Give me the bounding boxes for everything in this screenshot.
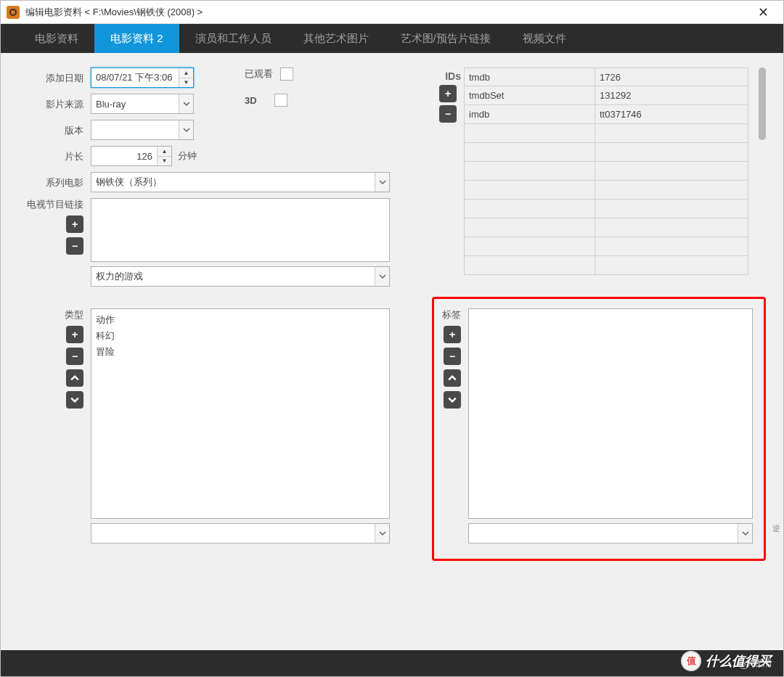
list-item[interactable]: 动作 [96, 312, 385, 328]
table-row[interactable] [464, 162, 748, 181]
table-row[interactable]: imdb tt0371746 [464, 105, 748, 124]
edition-label: 版本 [18, 120, 91, 137]
titlebar: 编辑电影资料 < F:\Movies\钢铁侠 (2008) > ✕ [1, 1, 783, 24]
ids-label: IDs [439, 67, 461, 82]
tags-label: 标签 [442, 308, 461, 321]
ids-remove-button[interactable]: − [439, 105, 457, 123]
runtime-up-icon[interactable]: ▲ [158, 147, 171, 157]
footer: ✕ 取消 [1, 650, 783, 676]
source-select[interactable]: Blu-ray [91, 94, 194, 114]
chevron-down-icon [375, 524, 389, 543]
date-added-input[interactable]: 08/07/21 下午3:06 ▲ ▼ [91, 67, 194, 88]
tab-other-artwork[interactable]: 其他艺术图片 [287, 24, 385, 53]
table-row[interactable] [464, 237, 748, 256]
table-row[interactable] [464, 143, 748, 162]
date-added-label: 添加日期 [18, 67, 91, 85]
edition-select[interactable] [91, 120, 194, 140]
tvlinks-list[interactable] [91, 198, 390, 262]
runtime-unit: 分钟 [178, 149, 197, 163]
tvlinks-add-button[interactable]: + [66, 216, 83, 233]
3d-label: 3D [245, 95, 257, 106]
chevron-down-icon [179, 120, 193, 139]
list-item[interactable]: 科幻 [96, 328, 385, 344]
tvlinks-label: 电视节目链接 [27, 198, 83, 211]
genre-down-button[interactable] [66, 391, 83, 409]
close-button[interactable]: ✕ [748, 1, 777, 23]
ids-add-button[interactable]: + [439, 85, 457, 102]
source-label: 影片来源 [18, 94, 91, 111]
watermark: 值 什么值得买 [681, 651, 771, 671]
watched-checkbox[interactable] [280, 67, 293, 81]
content-area: 添加日期 08/07/21 下午3:06 ▲ ▼ 已观看 影片来 [1, 53, 783, 650]
tag-add-button[interactable]: + [444, 326, 461, 343]
genre-remove-button[interactable]: − [66, 348, 83, 365]
table-row[interactable]: tmdb 1726 [464, 67, 748, 86]
tag-up-button[interactable] [444, 369, 461, 387]
movieset-select[interactable]: 钢铁侠（系列） [91, 172, 390, 192]
runtime-down-icon[interactable]: ▼ [158, 157, 171, 166]
app-icon [7, 6, 20, 19]
tab-movie-info-2[interactable]: 电影资料 2 [94, 24, 179, 53]
tvlinks-remove-button[interactable]: − [66, 237, 83, 255]
edit-movie-window: 编辑电影资料 < F:\Movies\钢铁侠 (2008) > ✕ 电影资料 电… [0, 0, 784, 677]
genre-up-button[interactable] [66, 369, 83, 387]
3d-checkbox[interactable] [274, 94, 287, 107]
table-row[interactable]: tmdbSet 131292 [464, 86, 748, 105]
list-item[interactable]: 冒险 [96, 344, 385, 360]
ids-scrollbar[interactable] [759, 67, 766, 140]
tag-remove-button[interactable]: − [444, 348, 461, 365]
chevron-down-icon [738, 524, 752, 543]
tag-down-button[interactable] [444, 391, 461, 409]
runtime-label: 片长 [18, 146, 91, 163]
tvlinks-select[interactable]: 权力的游戏 [91, 266, 390, 287]
tags-list[interactable] [468, 308, 753, 519]
watermark-text: 什么值得买 [706, 652, 771, 670]
tab-movie-info[interactable]: 电影资料 [19, 24, 94, 53]
tab-artwork-trailer[interactable]: 艺术图/预告片链接 [385, 24, 507, 53]
movieset-label: 系列电影 [18, 172, 91, 189]
runtime-input[interactable]: 126 ▲ ▼ [91, 146, 172, 166]
genres-list[interactable]: 动作 科幻 冒险 [91, 308, 390, 519]
chevron-down-icon [375, 267, 389, 286]
table-row[interactable] [464, 200, 748, 218]
table-row[interactable] [464, 181, 748, 200]
tab-cast-crew[interactable]: 演员和工作人员 [179, 24, 287, 53]
table-row[interactable] [464, 218, 748, 237]
genres-label: 类型 [65, 308, 83, 321]
left-column: 添加日期 08/07/21 下午3:06 ▲ ▼ 已观看 影片来 [18, 67, 425, 636]
watermark-badge: 值 [681, 651, 701, 671]
date-up-icon[interactable]: ▲ [179, 68, 193, 78]
chevron-down-icon [179, 94, 193, 113]
genre-add-button[interactable]: + [66, 326, 83, 343]
ids-table: tmdb 1726 tmdbSet 131292 imdb tt0371746 [464, 67, 748, 275]
watched-label: 已观看 [245, 67, 273, 81]
window-title: 编辑电影资料 < F:\Movies\钢铁侠 (2008) > [25, 6, 748, 19]
tab-bar: 电影资料 电影资料 2 演员和工作人员 其他艺术图片 艺术图/预告片链接 视频文… [1, 24, 783, 53]
date-down-icon[interactable]: ▼ [179, 78, 193, 88]
tag-select[interactable] [468, 523, 753, 543]
ids-section: IDs + − tmdb 1726 tmdbSet 131292 imdb [439, 67, 766, 275]
genre-select[interactable] [91, 523, 390, 543]
right-column: IDs + − tmdb 1726 tmdbSet 131292 imdb [439, 67, 766, 636]
tab-video-files[interactable]: 视频文件 [507, 24, 582, 53]
chevron-down-icon [375, 173, 389, 192]
table-row[interactable] [464, 256, 748, 275]
table-row[interactable] [464, 124, 748, 143]
